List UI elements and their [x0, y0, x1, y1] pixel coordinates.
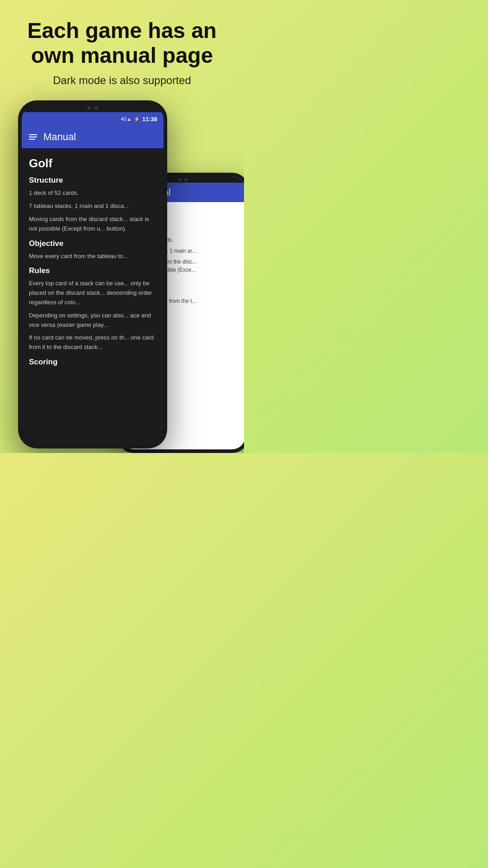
camera-dot-front-1: [87, 106, 91, 110]
battery-icon: ⚡: [134, 116, 140, 122]
hamburger-line-f2: [29, 137, 37, 137]
signal-icon: 4G▲: [121, 117, 131, 122]
front-structure-heading: Structure: [29, 176, 156, 185]
phone-front-app-title: Manual: [43, 131, 76, 143]
phone-front: 4G▲ ⚡ 11:38 Manual Golf Structure: [18, 100, 167, 448]
header-section: Each game has an own manual page Dark mo…: [0, 0, 244, 96]
front-structure-text-1: 1 deck of 52 cards.: [29, 189, 156, 198]
front-rules-text-1: Every top card of a stack can be use... …: [29, 279, 156, 307]
phone-front-content: Golf Structure 1 deck of 52 cards. 7 tab…: [22, 148, 164, 445]
phones-container: Manual Golf Structure 1 deck of 52 cards…: [0, 100, 244, 453]
phone-front-notch: [22, 104, 164, 112]
hamburger-line-f1: [29, 134, 37, 135]
front-structure-text-3: Moving cards from the discard stack... s…: [29, 215, 156, 234]
phone-front-app-bar: Manual: [22, 126, 164, 148]
front-objective-text: Move every card from the tableau to...: [29, 252, 156, 261]
main-title: Each game has an own manual page: [14, 18, 230, 68]
hamburger-line-f3: [29, 139, 35, 140]
camera-dot-back-1: [178, 178, 182, 181]
subtitle: Dark mode is also supported: [14, 74, 230, 87]
phone-front-inner: 4G▲ ⚡ 11:38 Manual Golf Structure: [22, 104, 164, 445]
front-objective-heading: Objective: [29, 239, 156, 248]
camera-dot-front-2: [94, 106, 98, 110]
phone-front-status-bar: 4G▲ ⚡ 11:38: [22, 112, 164, 126]
hamburger-icon-front[interactable]: [29, 134, 37, 140]
camera-dots-back: [178, 178, 188, 181]
front-rules-text-3: If no card can be moved, press on th... …: [29, 333, 156, 352]
phone-front-game-title: Golf: [29, 156, 156, 170]
time-display: 11:38: [142, 116, 157, 123]
front-scoring-heading: Scoring: [29, 358, 156, 367]
front-structure-text-2: 7 tableau stacks, 1 main and 1 disca...: [29, 202, 156, 211]
front-rules-heading: Rules: [29, 266, 156, 275]
camera-dot-back-2: [184, 178, 188, 181]
page-wrapper: Each game has an own manual page Dark mo…: [0, 0, 244, 453]
front-rules-text-2: Depending on settings, you can also... a…: [29, 311, 156, 330]
